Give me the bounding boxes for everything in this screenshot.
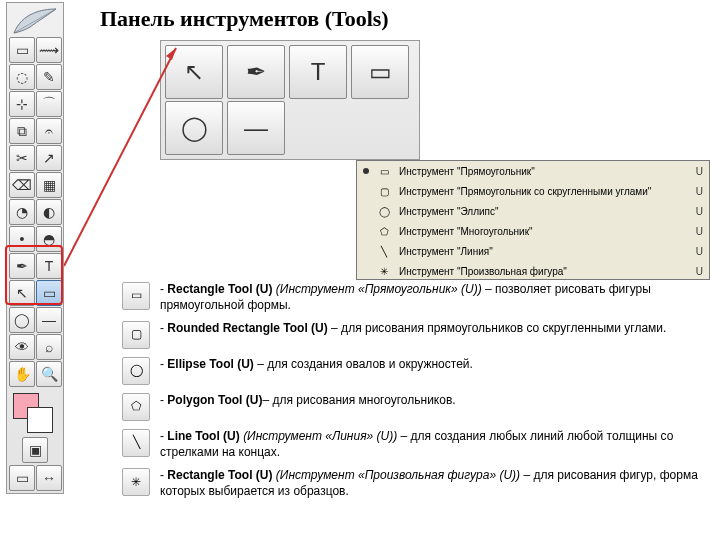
desc-text: - Line Tool (U) (Инструмент «Линия» (U))… <box>160 429 708 460</box>
selected-dot <box>363 168 369 174</box>
flyout-item-5[interactable]: ✳Инструмент "Произвольная фигура"U <box>357 261 709 280</box>
tool-button-13[interactable]: ◐ <box>36 199 62 225</box>
tool-button-9[interactable]: ↗ <box>36 145 62 171</box>
tool-button-6[interactable]: ⧉ <box>9 118 35 144</box>
flyout-item-label: Инструмент "Эллипс" <box>399 206 696 217</box>
color-swatches[interactable] <box>9 391 61 435</box>
tool-button-20[interactable]: ◯ <box>9 307 35 333</box>
flyout-item-icon: ▭ <box>375 164 393 178</box>
tool-preview-panel: ↖✒T▭◯— <box>160 40 420 160</box>
flyout-item-3[interactable]: ⬠Инструмент "Многоугольник"U <box>357 221 709 241</box>
mode-buttons: ▣ <box>9 437 61 463</box>
preview-tool-0: ↖ <box>165 45 223 99</box>
flyout-item-shortcut: U <box>696 266 703 277</box>
tool-button-17[interactable]: T <box>36 253 62 279</box>
screenmode-1[interactable]: ▭ <box>9 465 35 491</box>
desc-text: - Rectangle Tool (U) (Инструмент «Произв… <box>160 468 708 499</box>
app-logo <box>9 5 61 37</box>
tool-grid: ▭⟿◌✎⊹⌒⧉𝄐✂↗⌫▦◔◐•◓✒T↖▭◯—👁⌕✋🔍 <box>9 37 61 387</box>
tool-button-25[interactable]: 🔍 <box>36 361 62 387</box>
screen-mode-buttons: ▭ ↔ <box>9 465 61 491</box>
flyout-item-2[interactable]: ◯Инструмент "Эллипс"U <box>357 201 709 221</box>
desc-icon: ▭ <box>122 282 150 310</box>
flyout-item-icon: ◯ <box>375 204 393 218</box>
tool-button-15[interactable]: ◓ <box>36 226 62 252</box>
flyout-item-shortcut: U <box>696 186 703 197</box>
quickmask-button[interactable]: ▣ <box>22 437 48 463</box>
preview-tool-5: — <box>227 101 285 155</box>
desc-row-3: ⬠- Polygon Tool (U)– для рисования много… <box>122 393 708 421</box>
preview-tool-4: ◯ <box>165 101 223 155</box>
tool-button-23[interactable]: ⌕ <box>36 334 62 360</box>
flyout-item-label: Инструмент "Прямоугольник со скругленным… <box>399 186 696 197</box>
tool-button-5[interactable]: ⌒ <box>36 91 62 117</box>
tool-button-19[interactable]: ▭ <box>36 280 62 306</box>
flyout-item-label: Инструмент "Произвольная фигура" <box>399 266 696 277</box>
flyout-item-shortcut: U <box>696 226 703 237</box>
tool-button-22[interactable]: 👁 <box>9 334 35 360</box>
preview-tool-2: T <box>289 45 347 99</box>
screenmode-2[interactable]: ↔ <box>36 465 62 491</box>
tool-button-14[interactable]: • <box>9 226 35 252</box>
flyout-item-icon: ⬠ <box>375 224 393 238</box>
tool-button-2[interactable]: ◌ <box>9 64 35 90</box>
preview-tool-1: ✒ <box>227 45 285 99</box>
tool-button-11[interactable]: ▦ <box>36 172 62 198</box>
tool-button-12[interactable]: ◔ <box>9 199 35 225</box>
desc-text: - Polygon Tool (U)– для рисования многоу… <box>160 393 708 409</box>
tool-descriptions: ▭- Rectangle Tool (U) (Инструмент «Прямо… <box>122 282 708 508</box>
flyout-item-0[interactable]: ▭Инструмент "Прямоугольник"U <box>357 161 709 181</box>
tool-button-18[interactable]: ↖ <box>9 280 35 306</box>
tool-button-3[interactable]: ✎ <box>36 64 62 90</box>
desc-icon: ▢ <box>122 321 150 349</box>
flyout-item-label: Инструмент "Прямоугольник" <box>399 166 696 177</box>
desc-row-0: ▭- Rectangle Tool (U) (Инструмент «Прямо… <box>122 282 708 313</box>
flyout-item-4[interactable]: ╲Инструмент "Линия"U <box>357 241 709 261</box>
flyout-item-1[interactable]: ▢Инструмент "Прямоугольник со скругленны… <box>357 181 709 201</box>
tool-button-10[interactable]: ⌫ <box>9 172 35 198</box>
preview-tool-3: ▭ <box>351 45 409 99</box>
tool-button-21[interactable]: — <box>36 307 62 333</box>
flyout-item-icon: ✳ <box>375 264 393 278</box>
flyout-item-shortcut: U <box>696 166 703 177</box>
desc-icon: ◯ <box>122 357 150 385</box>
desc-row-2: ◯- Ellipse Tool (U) – для создания овало… <box>122 357 708 385</box>
flyout-item-icon: ▢ <box>375 184 393 198</box>
desc-row-5: ✳- Rectangle Tool (U) (Инструмент «Произ… <box>122 468 708 499</box>
tool-button-16[interactable]: ✒ <box>9 253 35 279</box>
desc-text: - Rounded Rectangle Tool (U) – для рисов… <box>160 321 708 337</box>
flyout-item-shortcut: U <box>696 246 703 257</box>
desc-icon: ✳ <box>122 468 150 496</box>
background-swatch[interactable] <box>27 407 53 433</box>
page-title: Панель инструментов (Tools) <box>100 6 389 32</box>
shape-tool-flyout: ▭Инструмент "Прямоугольник"U▢Инструмент … <box>356 160 710 280</box>
desc-row-1: ▢- Rounded Rectangle Tool (U) – для рисо… <box>122 321 708 349</box>
desc-icon: ⬠ <box>122 393 150 421</box>
flyout-item-label: Инструмент "Многоугольник" <box>399 226 696 237</box>
tool-button-7[interactable]: 𝄐 <box>36 118 62 144</box>
tool-button-0[interactable]: ▭ <box>9 37 35 63</box>
tool-button-8[interactable]: ✂ <box>9 145 35 171</box>
flyout-item-shortcut: U <box>696 206 703 217</box>
flyout-item-icon: ╲ <box>375 244 393 258</box>
desc-text: - Rectangle Tool (U) (Инструмент «Прямоу… <box>160 282 708 313</box>
desc-icon: ╲ <box>122 429 150 457</box>
desc-text: - Ellipse Tool (U) – для создания овалов… <box>160 357 708 373</box>
flyout-item-label: Инструмент "Линия" <box>399 246 696 257</box>
desc-row-4: ╲- Line Tool (U) (Инструмент «Линия» (U)… <box>122 429 708 460</box>
tool-button-4[interactable]: ⊹ <box>9 91 35 117</box>
tools-palette: ▭⟿◌✎⊹⌒⧉𝄐✂↗⌫▦◔◐•◓✒T↖▭◯—👁⌕✋🔍 ▣ ▭ ↔ <box>6 2 64 494</box>
tool-button-1[interactable]: ⟿ <box>36 37 62 63</box>
tool-button-24[interactable]: ✋ <box>9 361 35 387</box>
